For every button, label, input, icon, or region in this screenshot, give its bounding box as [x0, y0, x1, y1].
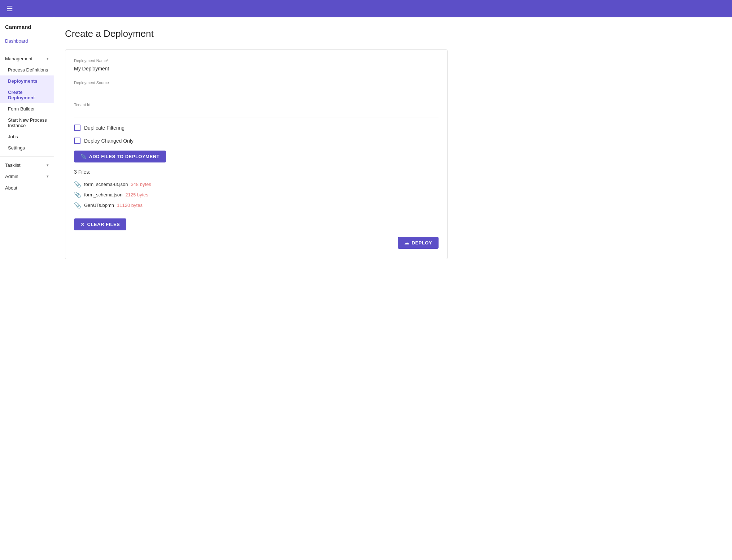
- sidebar-section-admin[interactable]: Admin ▾: [0, 171, 54, 182]
- sidebar-item-dashboard[interactable]: Dashboard: [0, 35, 54, 47]
- sidebar-item-jobs[interactable]: Jobs: [0, 131, 54, 142]
- deployment-source-group: Deployment Source: [74, 81, 439, 95]
- sidebar-item-process-definitions[interactable]: Process Definitions: [0, 64, 54, 75]
- file-icon-1: 📎: [74, 191, 81, 198]
- file-name-1: form_schema.json: [84, 192, 122, 197]
- management-chevron: ▾: [47, 56, 49, 61]
- tasklist-label: Tasklist: [5, 162, 21, 168]
- file-size-1: 2125 bytes: [125, 192, 148, 197]
- menu-icon[interactable]: ☰: [6, 4, 13, 13]
- tenant-id-input[interactable]: [74, 108, 439, 117]
- duplicate-filtering-row: Duplicate Filtering: [74, 125, 439, 131]
- deployment-source-input[interactable]: [74, 86, 439, 95]
- file-icon-0: 📎: [74, 181, 81, 188]
- cloud-upload-icon: ☁: [404, 240, 409, 246]
- admin-label: Admin: [5, 174, 18, 179]
- action-bar: ✕ CLEAR FILES: [74, 218, 439, 230]
- app-title: Cammand: [0, 20, 54, 35]
- tenant-id-group: Tenant Id: [74, 103, 439, 117]
- sidebar-item-deployments[interactable]: Deployments: [0, 75, 54, 87]
- tasklist-chevron: ▾: [47, 163, 49, 168]
- file-item: 📎 form_schema.json 2125 bytes: [74, 190, 439, 200]
- files-count-label: 3 Files:: [74, 169, 439, 175]
- deployment-name-input[interactable]: [74, 64, 439, 73]
- management-label: Management: [5, 56, 32, 61]
- admin-chevron: ▾: [47, 174, 49, 179]
- deployment-name-group: Deployment Name*: [74, 58, 439, 73]
- sidebar-section-tasklist[interactable]: Tasklist ▾: [0, 160, 54, 171]
- deploy-changed-only-checkbox[interactable]: [74, 138, 80, 144]
- page-title: Create a Deployment: [65, 28, 721, 39]
- file-icon-2: 📎: [74, 202, 81, 209]
- paperclip-icon: 📎: [80, 154, 87, 159]
- sidebar-item-settings[interactable]: Settings: [0, 142, 54, 153]
- deploy-btn-row: ☁ DEPLOY: [74, 237, 439, 249]
- sidebar-item-about[interactable]: About: [0, 182, 54, 194]
- close-icon: ✕: [80, 222, 85, 227]
- file-item: 📎 form_schema-ut.json 348 bytes: [74, 179, 439, 190]
- file-name-0: form_schema-ut.json: [84, 182, 128, 187]
- tenant-id-label: Tenant Id: [74, 103, 439, 107]
- topbar: ☰: [0, 0, 732, 17]
- deployment-source-label: Deployment Source: [74, 81, 439, 85]
- file-size-0: 348 bytes: [131, 182, 151, 187]
- duplicate-filtering-checkbox[interactable]: [74, 125, 80, 131]
- sidebar-section-management[interactable]: Management ▾: [0, 53, 54, 64]
- deploy-button[interactable]: ☁ DEPLOY: [398, 237, 439, 249]
- deploy-changed-only-label: Deploy Changed Only: [84, 138, 134, 144]
- add-files-button[interactable]: 📎 ADD FILES TO DEPLOYMENT: [74, 151, 166, 162]
- file-size-2: 11120 bytes: [117, 203, 143, 208]
- clear-files-button[interactable]: ✕ CLEAR FILES: [74, 218, 126, 230]
- files-list: 📎 form_schema-ut.json 348 bytes 📎 form_s…: [74, 179, 439, 210]
- main-content: Create a Deployment Deployment Name* Dep…: [54, 17, 732, 560]
- file-name-2: GenUTs.bpmn: [84, 203, 114, 208]
- layout: Cammand Dashboard Management ▾ Process D…: [0, 17, 732, 560]
- create-deployment-card: Deployment Name* Deployment Source Tenan…: [65, 49, 448, 259]
- duplicate-filtering-label: Duplicate Filtering: [84, 125, 125, 131]
- sidebar-item-start-new-process[interactable]: Start New Process Instance: [0, 114, 54, 131]
- sidebar: Cammand Dashboard Management ▾ Process D…: [0, 17, 54, 560]
- file-item: 📎 GenUTs.bpmn 11120 bytes: [74, 200, 439, 210]
- sidebar-item-form-builder[interactable]: Form Builder: [0, 103, 54, 114]
- deployment-name-label: Deployment Name*: [74, 58, 439, 63]
- sidebar-item-create-deployment[interactable]: Create Deployment: [0, 87, 54, 103]
- deploy-changed-only-row: Deploy Changed Only: [74, 138, 439, 144]
